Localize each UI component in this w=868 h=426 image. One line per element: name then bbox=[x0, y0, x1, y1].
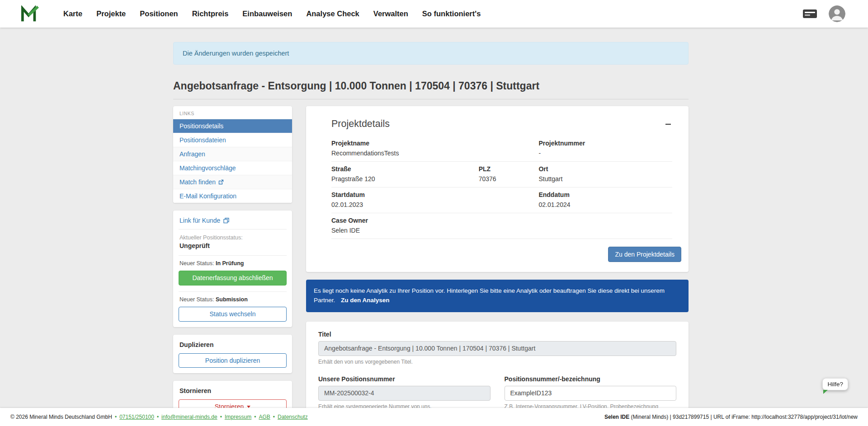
position-number-input[interactable] bbox=[505, 386, 677, 401]
complete-data-entry-button[interactable]: Datenerfassung abschließen bbox=[179, 271, 287, 286]
links-header: LINKS bbox=[173, 106, 292, 119]
field-startdatum: Startdatum 02.01.2023 bbox=[331, 191, 538, 209]
sidebar-item-match-finden[interactable]: Match finden bbox=[173, 175, 292, 189]
footer-meta: (Mineral Minds) | 93d217899715 | URL of … bbox=[629, 414, 858, 420]
nav-item-positionen[interactable]: Positionen bbox=[140, 9, 178, 18]
top-navbar: Karte Projekte Positionen Richtpreis Ein… bbox=[0, 0, 868, 28]
next-status-review: Neuer Status: In Prüfung bbox=[179, 260, 287, 267]
footer-link-datenschutz[interactable]: Datenschutz bbox=[278, 414, 308, 420]
nav-item-analyse-check[interactable]: Analyse Check bbox=[306, 9, 359, 18]
sidebar-item-anfragen[interactable]: Anfragen bbox=[173, 147, 292, 161]
app-footer: © 2026 Mineral Minds Deutschland GmbH • … bbox=[0, 408, 868, 426]
footer-user: Selen IDE bbox=[604, 414, 629, 420]
help-button[interactable]: Hilfe? bbox=[822, 378, 848, 390]
project-row: Case Owner Selen IDE bbox=[331, 213, 672, 239]
footer-separator: • bbox=[157, 414, 159, 420]
main-nav: Karte Projekte Positionen Richtpreis Ein… bbox=[63, 9, 802, 18]
footer-link-impressum[interactable]: Impressum bbox=[225, 414, 251, 420]
collapse-icon[interactable] bbox=[664, 120, 672, 128]
footer-link-email[interactable]: info@mineral-minds.de bbox=[161, 414, 217, 420]
status-card: Link für Kunde Aktueller Positionsstatus… bbox=[173, 211, 292, 327]
footer-link-phone[interactable]: 07151/250100 bbox=[119, 414, 154, 420]
field-label: Projektname bbox=[331, 140, 538, 148]
duplicate-position-button[interactable]: Position duplizieren bbox=[179, 353, 287, 368]
field-value: RecommendationsTests bbox=[331, 150, 538, 158]
customer-link[interactable]: Link für Kunde bbox=[179, 216, 287, 229]
nav-item-karte[interactable]: Karte bbox=[63, 9, 82, 18]
customer-link-label: Link für Kunde bbox=[179, 217, 220, 224]
divider bbox=[179, 255, 287, 256]
card-reader-icon[interactable] bbox=[802, 9, 817, 19]
nav-item-richtpreis[interactable]: Richtpreis bbox=[192, 9, 229, 18]
field-label: Projektnummer bbox=[538, 140, 672, 148]
sidebar-item-email-konfiguration[interactable]: E-Mail Konfiguration bbox=[173, 189, 292, 203]
duplicate-header: Duplizieren bbox=[179, 341, 287, 348]
nav-item-projekte[interactable]: Projekte bbox=[96, 9, 126, 18]
project-details-grid: Projektname RecommendationsTests Projekt… bbox=[331, 136, 672, 239]
duplicate-card: Duplizieren Position duplizieren bbox=[173, 335, 292, 374]
cancel-dropdown-button[interactable]: Stornieren bbox=[179, 399, 287, 408]
field-plz: PLZ 70376 bbox=[479, 165, 539, 183]
cancel-button-label: Stornieren bbox=[215, 403, 244, 408]
project-details-heading: Projektdetails bbox=[331, 118, 390, 130]
copy-icon bbox=[223, 218, 229, 224]
field-value: Pragstraße 120 bbox=[331, 175, 479, 183]
field-enddatum: Enddatum 02.01.2024 bbox=[538, 191, 672, 209]
sidebar-item-label: Match finden bbox=[179, 178, 216, 186]
help-button-label: Hilfe? bbox=[827, 381, 843, 388]
position-number-label: Positionsnummer/-bezeichnung bbox=[505, 375, 677, 383]
next-status-label: Neuer Status: bbox=[179, 260, 214, 267]
position-number-help: Z.B. Interne-Vorgangsnummer, LV-Position… bbox=[505, 403, 677, 408]
footer-copyright: © 2026 Mineral Minds Deutschland GmbH bbox=[10, 414, 112, 420]
sidebar-item-positionsdetails[interactable]: Positionsdetails bbox=[173, 119, 292, 133]
titel-help: Erhält den von uns vorgegebenen Titel. bbox=[318, 359, 676, 365]
cancel-header: Stornieren bbox=[179, 387, 287, 394]
titel-input[interactable] bbox=[318, 341, 676, 356]
next-status-submission: Neuer Status: Submission bbox=[179, 296, 287, 303]
our-number-help: Erhält eine systemgenerierte Nummer von … bbox=[318, 403, 491, 408]
project-row: Projektname RecommendationsTests Projekt… bbox=[331, 136, 672, 162]
next-status-value: In Prüfung bbox=[216, 260, 244, 267]
next-status-value: Submission bbox=[216, 296, 248, 303]
position-form-card: Titel Erhält den von uns vorgegebenen Ti… bbox=[306, 322, 689, 408]
field-label: PLZ bbox=[479, 165, 539, 173]
project-row: Startdatum 02.01.2023 Enddatum 02.01.202… bbox=[331, 187, 672, 213]
success-alert: Die Änderungen wurden gespeichert bbox=[173, 42, 689, 65]
page-title: Angebotsanfrage - Entsorgung | 10.000 To… bbox=[173, 80, 689, 99]
project-row: Straße Pragstraße 120 PLZ 70376 Ort Stut… bbox=[331, 162, 672, 187]
field-projektname: Projektname RecommendationsTests bbox=[331, 140, 538, 157]
footer-separator: • bbox=[220, 414, 222, 420]
user-avatar[interactable] bbox=[829, 5, 845, 22]
main-column: Projektdetails Projektname Recommendatio… bbox=[306, 106, 689, 408]
field-label: Startdatum bbox=[331, 191, 538, 199]
field-label: Enddatum bbox=[538, 191, 672, 199]
brand-logo[interactable] bbox=[20, 5, 39, 23]
footer-left: © 2026 Mineral Minds Deutschland GmbH • … bbox=[10, 414, 308, 420]
nav-item-einbauweisen[interactable]: Einbauweisen bbox=[242, 9, 292, 18]
titel-group: Titel Erhält den von uns vorgegebenen Ti… bbox=[318, 331, 676, 365]
field-label: Straße bbox=[331, 165, 479, 173]
field-value: Stuttgart bbox=[538, 175, 672, 183]
field-label: Case Owner bbox=[331, 217, 672, 225]
field-case-owner: Case Owner Selen IDE bbox=[331, 217, 672, 234]
current-status-label: Aktueller Positionsstatus: bbox=[179, 234, 287, 241]
our-number-input[interactable] bbox=[318, 386, 491, 401]
divider bbox=[179, 291, 287, 292]
footer-link-agb[interactable]: AGB bbox=[259, 414, 270, 420]
sidebar-item-matchingvorschlaege[interactable]: Matchingvorschläge bbox=[173, 161, 292, 175]
switch-status-button[interactable]: Status wechseln bbox=[179, 307, 287, 322]
field-value: Selen IDE bbox=[331, 227, 672, 235]
footer-separator: • bbox=[254, 414, 256, 420]
current-status-value: Ungeprüft bbox=[179, 242, 287, 249]
analytics-banner: Es liegt noch keine Analytik zu Ihrer Po… bbox=[306, 280, 689, 312]
nav-item-so-funktionierts[interactable]: So funktioniert's bbox=[422, 9, 481, 18]
nav-item-verwalten[interactable]: Verwalten bbox=[373, 9, 408, 18]
footer-separator: • bbox=[115, 414, 117, 420]
navbar-actions bbox=[802, 5, 845, 22]
project-details-button[interactable]: Zu den Projektdetails bbox=[608, 247, 681, 262]
next-status-label: Neuer Status: bbox=[179, 296, 214, 303]
project-details-card: Projektdetails Projektname Recommendatio… bbox=[306, 106, 689, 272]
sidebar-item-positionsdateien[interactable]: Positionsdateien bbox=[173, 133, 292, 147]
our-number-label: Unsere Positionsnummer bbox=[318, 375, 491, 383]
analytics-link[interactable]: Zu den Analysen bbox=[341, 297, 390, 304]
